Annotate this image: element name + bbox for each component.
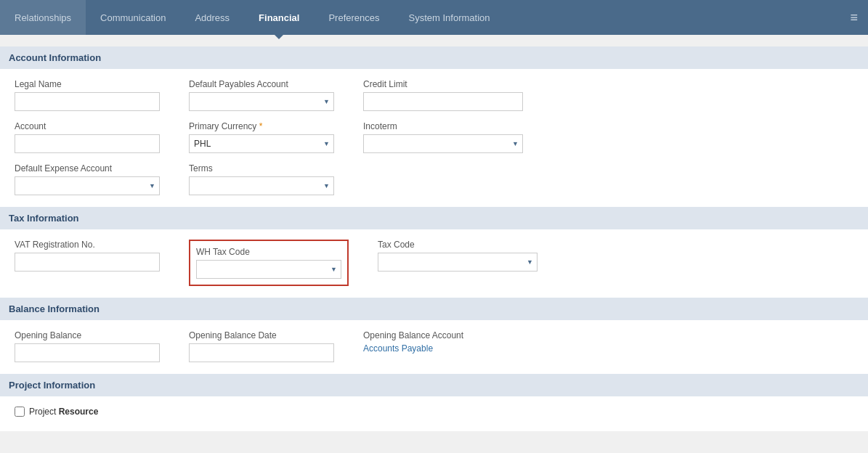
legal-name-label: Legal Name bbox=[15, 79, 160, 89]
terms-select[interactable] bbox=[189, 176, 334, 195]
account-input[interactable] bbox=[15, 134, 160, 153]
default-payables-account-label: Default Payables Account bbox=[189, 79, 334, 89]
incoterm-label: Incoterm bbox=[363, 121, 523, 131]
default-expense-account-wrapper bbox=[15, 176, 160, 195]
project-resource-group: Project Resource bbox=[15, 407, 853, 417]
credit-limit-input[interactable] bbox=[363, 92, 523, 111]
vat-registration-label: VAT Registration No. bbox=[15, 240, 160, 250]
tax-information-header: Tax Information bbox=[0, 207, 868, 229]
tax-code-wrapper bbox=[378, 253, 538, 272]
primary-currency-label: Primary Currency * bbox=[189, 121, 334, 131]
default-payables-account-wrapper bbox=[189, 92, 334, 111]
nav-item-communication[interactable]: Communication bbox=[86, 0, 180, 35]
incoterm-group: Incoterm bbox=[363, 121, 523, 153]
primary-currency-wrapper: PHL bbox=[189, 134, 334, 153]
account-row-2: Account Primary Currency * PHL Incoterm bbox=[15, 121, 853, 153]
terms-group: Terms bbox=[189, 163, 334, 195]
opening-balance-account-label: Opening Balance Account bbox=[363, 330, 508, 340]
default-payables-account-select[interactable] bbox=[189, 92, 334, 111]
balance-row-1: Opening Balance Opening Balance Date Ope… bbox=[15, 330, 853, 362]
account-group: Account bbox=[15, 121, 160, 153]
tax-row-1: VAT Registration No. WH Tax Code Tax Cod… bbox=[15, 240, 853, 286]
primary-currency-select[interactable]: PHL bbox=[189, 134, 334, 153]
wh-tax-code-select[interactable] bbox=[196, 260, 341, 279]
terms-wrapper bbox=[189, 176, 334, 195]
nav-item-relationships[interactable]: Relationships bbox=[0, 0, 86, 35]
opening-balance-account-group: Opening Balance Account Accounts Payable bbox=[363, 330, 508, 354]
opening-balance-input[interactable] bbox=[15, 343, 160, 362]
credit-limit-label: Credit Limit bbox=[363, 79, 523, 89]
opening-balance-group: Opening Balance bbox=[15, 330, 160, 362]
legal-name-group: Legal Name bbox=[15, 79, 160, 111]
accounts-payable-link[interactable]: Accounts Payable bbox=[363, 343, 508, 354]
account-label: Account bbox=[15, 121, 160, 131]
terms-label: Terms bbox=[189, 163, 334, 174]
incoterm-wrapper bbox=[363, 134, 523, 153]
credit-limit-group: Credit Limit bbox=[363, 79, 523, 111]
primary-currency-group: Primary Currency * PHL bbox=[189, 121, 334, 153]
nav-item-financial[interactable]: Financial bbox=[244, 0, 314, 35]
opening-balance-date-input[interactable] bbox=[189, 343, 334, 362]
tax-code-label: Tax Code bbox=[378, 240, 538, 250]
account-row-1: Legal Name Default Payables Account Cred… bbox=[15, 79, 853, 111]
project-resource-label: Project Resource bbox=[29, 407, 98, 417]
incoterm-select[interactable] bbox=[363, 134, 523, 153]
default-expense-account-label: Default Expense Account bbox=[15, 163, 160, 174]
wh-tax-code-label: WH Tax Code bbox=[196, 247, 341, 257]
default-expense-account-group: Default Expense Account bbox=[15, 163, 160, 195]
wh-tax-code-wrapper bbox=[196, 260, 341, 279]
tax-code-select[interactable] bbox=[378, 253, 538, 272]
project-resource-checkbox[interactable] bbox=[15, 407, 25, 417]
project-information-header: Project Information bbox=[0, 374, 868, 396]
nav-item-system-information[interactable]: System Information bbox=[394, 0, 505, 35]
default-payables-account-group: Default Payables Account bbox=[189, 79, 334, 111]
account-row-3: Default Expense Account Terms bbox=[15, 163, 853, 195]
nav-item-address[interactable]: Address bbox=[180, 0, 244, 35]
account-information-header: Account Information bbox=[0, 46, 868, 69]
main-content: Account Information Legal Name Default P… bbox=[0, 46, 868, 431]
legal-name-input[interactable] bbox=[15, 92, 160, 111]
vat-registration-input[interactable] bbox=[15, 253, 160, 272]
vat-registration-group: VAT Registration No. bbox=[15, 240, 160, 272]
opening-balance-date-label: Opening Balance Date bbox=[189, 330, 334, 340]
navigation-bar: Relationships Communication Address Fina… bbox=[0, 0, 868, 35]
wh-tax-code-group: WH Tax Code bbox=[189, 240, 349, 286]
tax-code-group: Tax Code bbox=[378, 240, 538, 272]
opening-balance-label: Opening Balance bbox=[15, 330, 160, 340]
opening-balance-date-group: Opening Balance Date bbox=[189, 330, 334, 362]
wh-tax-code-highlighted-box: WH Tax Code bbox=[189, 240, 349, 286]
balance-information-header: Balance Information bbox=[0, 298, 868, 320]
menu-icon[interactable]: ≡ bbox=[840, 0, 868, 35]
default-expense-account-select[interactable] bbox=[15, 176, 160, 195]
nav-item-preferences[interactable]: Preferences bbox=[314, 0, 394, 35]
